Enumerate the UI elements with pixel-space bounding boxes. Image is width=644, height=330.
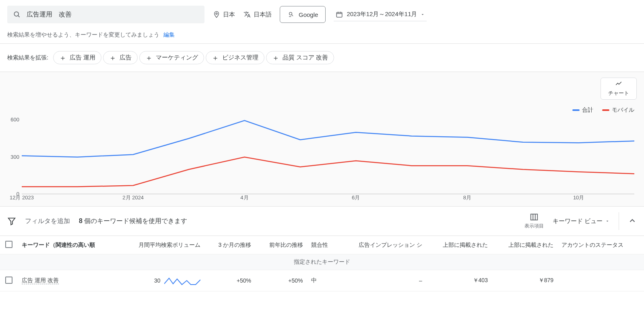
sparkline-icon xyxy=(164,275,200,286)
col-account-status[interactable]: アカウントのステータス xyxy=(557,236,644,254)
location-selector[interactable]: 日本 xyxy=(213,10,235,18)
expand-chip[interactable]: ＋マーケティング xyxy=(139,51,204,64)
top-high-cell: ￥879 xyxy=(492,270,557,291)
trend-chart xyxy=(22,114,634,194)
col-competition[interactable]: 競合性 xyxy=(307,236,338,254)
col-top-high[interactable]: 上部に掲載された xyxy=(492,236,557,254)
plus-icon: ＋ xyxy=(145,54,153,61)
chart-legend: 合計 モバイル xyxy=(7,106,637,114)
top-toolbar: 日本 日本語 Google 2023年12月～2024年11月 xyxy=(0,0,644,29)
keyword-search-box[interactable] xyxy=(7,6,204,23)
expand-chip[interactable]: ＋ビジネス管理 xyxy=(206,51,264,64)
translate-icon xyxy=(243,10,251,18)
svg-marker-11 xyxy=(8,218,15,225)
candidates-text: 8 個のキーワード候補を使用できます xyxy=(79,217,187,225)
expand-chip[interactable]: ＋広告 運用 xyxy=(53,51,101,64)
chart-type-button[interactable]: チャート xyxy=(601,78,637,100)
col-yoy[interactable]: 前年比の推移 xyxy=(255,236,307,254)
col-avg-vol[interactable]: 月間平均検索ボリューム xyxy=(118,236,205,254)
chart-button-label: チャート xyxy=(608,90,629,97)
hint-edit-link[interactable]: 編集 xyxy=(163,31,175,38)
date-range-selector[interactable]: 2023年12月～2024年11月 xyxy=(334,8,427,21)
col-impr-share[interactable]: 広告インプレッション シ xyxy=(338,236,426,254)
network-label: Google xyxy=(299,11,318,18)
account-status-cell xyxy=(557,270,644,291)
chart-x-axis: 12月 20232月 20244月6月8月10月 xyxy=(22,194,634,203)
expand-chip[interactable]: ＋広告 xyxy=(103,51,138,64)
plus-icon: ＋ xyxy=(212,54,219,61)
calendar-icon xyxy=(335,10,343,18)
network-selector[interactable]: Google xyxy=(280,6,326,23)
chart-zone: チャート 合計 モバイル 0300600 12月 20232月 20244月6月… xyxy=(0,72,644,206)
svg-point-2 xyxy=(216,13,217,14)
language-label: 日本語 xyxy=(254,11,272,18)
expand-label: 検索結果を拡張: xyxy=(7,54,48,61)
svg-point-0 xyxy=(14,12,19,16)
columns-label: 表示項目 xyxy=(524,223,544,230)
svg-rect-12 xyxy=(531,214,538,220)
yoy-cell: +50% xyxy=(255,270,307,291)
hint-text: 検索結果を増やせるよう、キーワードを変更してみましょう xyxy=(7,31,159,38)
competition-cell: 中 xyxy=(307,270,338,291)
legend-mobile: モバイル xyxy=(602,107,634,114)
date-range-label: 2023年12月～2024年11月 xyxy=(347,10,417,18)
select-all-checkbox[interactable] xyxy=(5,241,12,248)
results-toolbar: フィルタを追加 8 個のキーワード候補を使用できます 表示項目 キーワード ビュ… xyxy=(0,206,644,236)
impr-share-cell: – xyxy=(338,270,426,291)
col-three-month[interactable]: 3 か月の推移 xyxy=(204,236,255,254)
top-low-cell: ￥403 xyxy=(426,270,492,291)
table-header-row: キーワード（関連性の高い順 月間平均検索ボリューム 3 か月の推移 前年比の推移… xyxy=(0,236,644,254)
search-network-icon xyxy=(287,10,295,18)
language-selector[interactable]: 日本語 xyxy=(243,10,272,18)
location-icon xyxy=(213,10,221,18)
svg-line-4 xyxy=(292,15,293,16)
legend-total: 合計 xyxy=(572,107,593,114)
hint-row: 検索結果を増やせるよう、キーワードを変更してみましょう 編集 xyxy=(0,29,644,44)
keyword-cell[interactable]: 広告 運用 改善 xyxy=(22,277,59,284)
plus-icon: ＋ xyxy=(59,54,66,61)
svg-rect-6 xyxy=(337,12,343,17)
keyword-view-selector[interactable]: キーワード ビュー xyxy=(553,217,610,225)
table-row[interactable]: 広告 運用 改善30+50%+50%中–￥403￥879 xyxy=(0,270,644,291)
expand-chip[interactable]: ＋品質 スコア 改善 xyxy=(266,51,334,64)
keyword-table: キーワード（関連性の高い順 月間平均検索ボリューム 3 か月の推移 前年比の推移… xyxy=(0,236,644,291)
expand-search-row: 検索結果を拡張: ＋広告 運用 ＋広告 ＋マーケティング ＋ビジネス管理 ＋品質… xyxy=(0,44,644,72)
toolbar-divider xyxy=(619,212,619,230)
plus-icon: ＋ xyxy=(109,54,116,61)
col-top-low[interactable]: 上部に掲載された xyxy=(426,236,492,254)
table-section-header: 指定されたキーワード xyxy=(0,254,644,270)
columns-button[interactable]: 表示項目 xyxy=(524,213,544,230)
add-filter-link[interactable]: フィルタを追加 xyxy=(25,217,70,225)
three-month-cell: +50% xyxy=(204,270,255,291)
filter-icon[interactable] xyxy=(7,217,16,225)
avg-vol-cell: 30 xyxy=(122,275,201,286)
plus-icon: ＋ xyxy=(272,54,279,61)
search-icon xyxy=(13,10,21,18)
collapse-button[interactable] xyxy=(628,216,637,226)
svg-point-3 xyxy=(289,12,292,15)
chart-plot-area: 0300600 xyxy=(22,114,634,194)
keyword-search-input[interactable] xyxy=(26,10,199,18)
row-checkbox[interactable] xyxy=(5,277,12,284)
location-label: 日本 xyxy=(223,11,235,18)
col-keyword[interactable]: キーワード（関連性の高い順 xyxy=(18,236,118,254)
chevron-down-icon xyxy=(420,10,425,18)
svg-line-1 xyxy=(18,16,20,17)
